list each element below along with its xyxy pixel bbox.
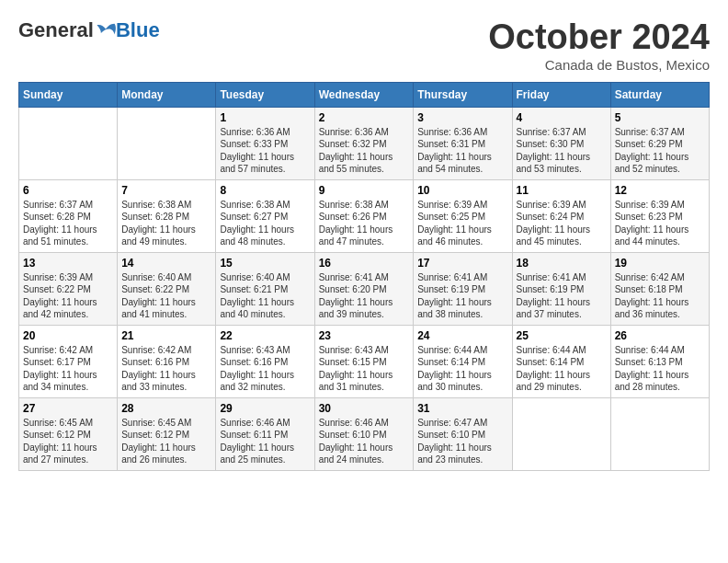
day-number: 6 [23,184,113,197]
calendar-cell: 24Sunrise: 6:44 AMSunset: 6:14 PMDayligh… [414,325,512,397]
logo-bird-icon [96,22,116,39]
day-number: 17 [417,257,507,270]
cell-info: Sunrise: 6:42 AMSunset: 6:16 PMDaylight:… [121,344,211,394]
cell-info: Sunrise: 6:45 AMSunset: 6:12 PMDaylight:… [121,417,211,466]
cell-info: Sunrise: 6:37 AMSunset: 6:28 PMDaylight:… [23,199,113,248]
logo: General Blue [18,18,160,42]
calendar-cell: 2Sunrise: 6:36 AMSunset: 6:32 PMDaylight… [314,107,414,179]
day-number: 18 [517,257,607,270]
calendar-cell: 15Sunrise: 6:40 AMSunset: 6:21 PMDayligh… [216,252,314,325]
day-header-wednesday: Wednesday [314,82,414,107]
cell-info: Sunrise: 6:40 AMSunset: 6:21 PMDaylight:… [220,271,310,321]
day-header-thursday: Thursday [414,82,512,107]
calendar-cell: 10Sunrise: 6:39 AMSunset: 6:25 PMDayligh… [414,179,512,252]
day-number: 11 [517,184,607,197]
location-subtitle: Canada de Bustos, Mexico [488,57,710,73]
calendar-cell: 29Sunrise: 6:46 AMSunset: 6:11 PMDayligh… [216,397,314,470]
calendar-cell [512,397,610,470]
calendar-cell: 18Sunrise: 6:41 AMSunset: 6:19 PMDayligh… [512,252,610,325]
calendar-cell: 5Sunrise: 6:37 AMSunset: 6:29 PMDaylight… [610,107,709,179]
title-block: October 2024 Canada de Bustos, Mexico [488,18,710,73]
day-number: 1 [220,111,310,124]
cell-info: Sunrise: 6:44 AMSunset: 6:14 PMDaylight:… [417,344,507,394]
calendar-cell: 16Sunrise: 6:41 AMSunset: 6:20 PMDayligh… [314,252,414,325]
logo-blue-text: Blue [116,18,160,42]
calendar-cell: 31Sunrise: 6:47 AMSunset: 6:10 PMDayligh… [414,397,512,470]
calendar-week-2: 6Sunrise: 6:37 AMSunset: 6:28 PMDaylight… [19,179,710,252]
cell-info: Sunrise: 6:38 AMSunset: 6:27 PMDaylight:… [220,199,310,248]
day-number: 3 [417,111,507,124]
calendar-cell: 9Sunrise: 6:38 AMSunset: 6:26 PMDaylight… [314,179,414,252]
day-header-tuesday: Tuesday [216,82,314,107]
day-header-sunday: Sunday [19,82,118,107]
day-number: 15 [220,257,310,270]
cell-info: Sunrise: 6:39 AMSunset: 6:25 PMDaylight:… [417,199,507,248]
calendar-cell: 21Sunrise: 6:42 AMSunset: 6:16 PMDayligh… [118,325,216,397]
calendar-cell [118,107,216,179]
day-header-monday: Monday [118,82,216,107]
day-number: 28 [121,402,211,415]
cell-info: Sunrise: 6:43 AMSunset: 6:16 PMDaylight:… [220,344,310,394]
cell-info: Sunrise: 6:46 AMSunset: 6:10 PMDaylight:… [319,417,410,466]
day-number: 2 [319,111,410,124]
calendar-cell: 3Sunrise: 6:36 AMSunset: 6:31 PMDaylight… [414,107,512,179]
day-number: 30 [319,402,410,415]
day-number: 16 [319,257,410,270]
day-number: 25 [517,329,607,342]
calendar-cell: 30Sunrise: 6:46 AMSunset: 6:10 PMDayligh… [314,397,414,470]
cell-info: Sunrise: 6:42 AMSunset: 6:17 PMDaylight:… [23,344,113,394]
day-number: 29 [220,402,310,415]
calendar-cell: 13Sunrise: 6:39 AMSunset: 6:22 PMDayligh… [19,252,118,325]
cell-info: Sunrise: 6:36 AMSunset: 6:33 PMDaylight:… [220,126,310,176]
cell-info: Sunrise: 6:39 AMSunset: 6:23 PMDaylight:… [615,199,705,248]
day-number: 26 [615,329,705,342]
cell-info: Sunrise: 6:42 AMSunset: 6:18 PMDaylight:… [615,271,705,321]
day-number: 4 [517,111,607,124]
cell-info: Sunrise: 6:44 AMSunset: 6:13 PMDaylight:… [615,344,705,394]
day-number: 22 [220,329,310,342]
calendar-cell: 7Sunrise: 6:38 AMSunset: 6:28 PMDaylight… [118,179,216,252]
month-title: October 2024 [488,18,710,57]
cell-info: Sunrise: 6:41 AMSunset: 6:19 PMDaylight:… [417,271,507,321]
cell-info: Sunrise: 6:44 AMSunset: 6:14 PMDaylight:… [517,344,607,394]
calendar-cell [610,397,709,470]
calendar-cell: 17Sunrise: 6:41 AMSunset: 6:19 PMDayligh… [414,252,512,325]
day-number: 5 [615,111,705,124]
calendar-cell: 22Sunrise: 6:43 AMSunset: 6:16 PMDayligh… [216,325,314,397]
calendar-header: SundayMondayTuesdayWednesdayThursdayFrid… [19,82,710,107]
calendar-week-5: 27Sunrise: 6:45 AMSunset: 6:12 PMDayligh… [19,397,710,470]
calendar-cell: 27Sunrise: 6:45 AMSunset: 6:12 PMDayligh… [19,397,118,470]
calendar-week-3: 13Sunrise: 6:39 AMSunset: 6:22 PMDayligh… [19,252,710,325]
cell-info: Sunrise: 6:45 AMSunset: 6:12 PMDaylight:… [23,417,113,466]
cell-info: Sunrise: 6:43 AMSunset: 6:15 PMDaylight:… [319,344,410,394]
cell-info: Sunrise: 6:36 AMSunset: 6:32 PMDaylight:… [319,126,410,176]
calendar-cell: 6Sunrise: 6:37 AMSunset: 6:28 PMDaylight… [19,179,118,252]
day-number: 13 [23,257,113,270]
cell-info: Sunrise: 6:40 AMSunset: 6:22 PMDaylight:… [121,271,211,321]
calendar-cell: 1Sunrise: 6:36 AMSunset: 6:33 PMDaylight… [216,107,314,179]
cell-info: Sunrise: 6:38 AMSunset: 6:28 PMDaylight:… [121,199,211,248]
calendar-week-4: 20Sunrise: 6:42 AMSunset: 6:17 PMDayligh… [19,325,710,397]
day-number: 7 [121,184,211,197]
cell-info: Sunrise: 6:37 AMSunset: 6:29 PMDaylight:… [615,126,705,176]
calendar-cell: 19Sunrise: 6:42 AMSunset: 6:18 PMDayligh… [610,252,709,325]
day-number: 8 [220,184,310,197]
calendar-cell: 28Sunrise: 6:45 AMSunset: 6:12 PMDayligh… [118,397,216,470]
day-number: 20 [23,329,113,342]
calendar-cell: 23Sunrise: 6:43 AMSunset: 6:15 PMDayligh… [314,325,414,397]
day-number: 27 [23,402,113,415]
cell-info: Sunrise: 6:47 AMSunset: 6:10 PMDaylight:… [417,417,507,466]
day-number: 24 [417,329,507,342]
day-number: 21 [121,329,211,342]
logo-general-text: General [18,18,94,42]
calendar-table: SundayMondayTuesdayWednesdayThursdayFrid… [18,82,710,471]
cell-info: Sunrise: 6:41 AMSunset: 6:20 PMDaylight:… [319,271,410,321]
calendar-cell: 20Sunrise: 6:42 AMSunset: 6:17 PMDayligh… [19,325,118,397]
day-number: 23 [319,329,410,342]
day-number: 10 [417,184,507,197]
calendar-cell: 26Sunrise: 6:44 AMSunset: 6:13 PMDayligh… [610,325,709,397]
day-header-saturday: Saturday [610,82,709,107]
cell-info: Sunrise: 6:36 AMSunset: 6:31 PMDaylight:… [417,126,507,176]
calendar-cell: 4Sunrise: 6:37 AMSunset: 6:30 PMDaylight… [512,107,610,179]
day-number: 14 [121,257,211,270]
